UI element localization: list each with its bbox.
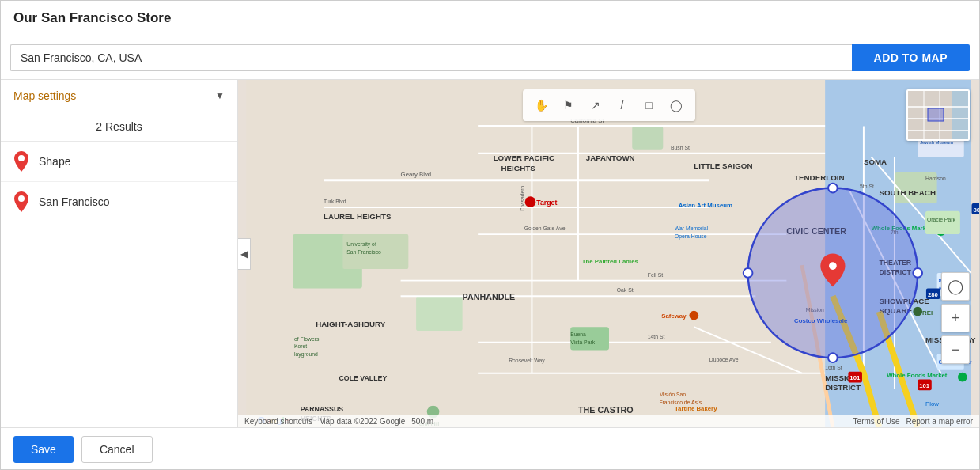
svg-rect-127 xyxy=(928,108,944,121)
add-to-map-button[interactable]: ADD TO MAP xyxy=(852,44,970,71)
marker-tool-button[interactable]: ⚑ xyxy=(558,94,580,116)
svg-text:Harrison: Harrison xyxy=(925,176,946,181)
report-map-error-link[interactable]: Report a map error xyxy=(906,417,973,426)
svg-text:Geary Blvd: Geary Blvd xyxy=(401,171,432,178)
svg-text:War Memorial: War Memorial xyxy=(675,226,709,231)
svg-point-118 xyxy=(829,262,837,270)
list-item[interactable]: San Francisco xyxy=(1,182,237,222)
svg-text:Oracle Park: Oracle Park xyxy=(927,217,956,222)
svg-text:Asian Art Museum: Asian Art Museum xyxy=(679,202,732,209)
search-input[interactable] xyxy=(10,44,852,71)
main-content: Map settings ▼ 2 Results Shape xyxy=(1,80,979,427)
svg-point-117 xyxy=(913,268,922,278)
terms-of-use-link[interactable]: Terms of Use xyxy=(853,417,900,426)
map-data-attribution: Map data ©2022 Google xyxy=(319,417,405,426)
svg-point-114 xyxy=(828,184,838,193)
line-tool-button[interactable]: / xyxy=(611,94,634,116)
svg-text:THE CASTRO: THE CASTRO xyxy=(578,405,634,415)
mini-map-thumbnail[interactable] xyxy=(906,89,970,141)
svg-text:layground: layground xyxy=(294,351,318,358)
svg-rect-121 xyxy=(952,91,970,141)
svg-text:Vista Park: Vista Park xyxy=(570,339,596,345)
svg-text:5th St: 5th St xyxy=(860,184,874,189)
svg-text:80: 80 xyxy=(973,207,979,214)
hand-tool-button[interactable]: ✋ xyxy=(531,94,553,116)
svg-text:Plow: Plow xyxy=(925,400,939,407)
cancel-button[interactable]: Cancel xyxy=(81,436,153,463)
svg-text:Bush St: Bush St xyxy=(671,145,690,150)
svg-rect-73 xyxy=(925,211,960,234)
map-controls: ◯ + − xyxy=(941,272,970,364)
keyboard-shortcuts-link[interactable]: Keyboard shortcuts xyxy=(244,417,312,426)
svg-text:LITTLE SAIGON: LITTLE SAIGON xyxy=(694,161,752,170)
svg-text:JAPANTOWN: JAPANTOWN xyxy=(586,154,635,162)
map-svg: California St Geary Blvd Bush St Golden … xyxy=(238,80,979,427)
list-item[interactable]: Shape xyxy=(1,142,237,182)
svg-text:Dubocé Ave: Dubocé Ave xyxy=(709,357,739,362)
svg-rect-6 xyxy=(632,127,663,150)
svg-text:14th St: 14th St xyxy=(648,334,665,339)
svg-text:Koret: Koret xyxy=(294,343,307,349)
svg-point-77 xyxy=(689,311,698,320)
svg-text:Roosevelt Way: Roosevelt Way xyxy=(509,358,545,364)
svg-text:TENDERLOIN: TENDERLOIN xyxy=(794,173,844,182)
svg-text:San Francisco: San Francisco xyxy=(346,249,381,255)
map-settings-label: Map settings xyxy=(13,89,76,102)
result-label: San Francisco xyxy=(39,195,109,208)
svg-text:Tartine Bakery: Tartine Bakery xyxy=(675,405,717,412)
zoom-in-button[interactable]: + xyxy=(941,304,970,332)
svg-text:of Flowers: of Flowers xyxy=(294,336,320,342)
polyline-tool-button[interactable]: ↗ xyxy=(585,94,607,116)
svg-text:Francisco de Asís: Francisco de Asís xyxy=(659,400,702,405)
svg-rect-5 xyxy=(416,296,463,331)
svg-point-0 xyxy=(18,155,25,161)
svg-text:Oak St: Oak St xyxy=(617,287,634,293)
map-area[interactable]: California St Geary Blvd Bush St Golden … xyxy=(238,80,979,427)
svg-text:SOMA: SOMA xyxy=(864,157,887,166)
svg-text:Turk Blvd: Turk Blvd xyxy=(324,199,346,204)
svg-point-62 xyxy=(525,196,536,207)
svg-text:Misión San: Misión San xyxy=(659,392,686,397)
chevron-down-icon: ▼ xyxy=(215,90,225,101)
svg-text:Target: Target xyxy=(536,199,557,207)
results-count: 2 Results xyxy=(1,112,237,142)
svg-point-115 xyxy=(828,353,838,362)
svg-text:COLE VALLEY: COLE VALLEY xyxy=(339,374,388,382)
svg-text:Safeway: Safeway xyxy=(661,313,687,320)
collapse-sidebar-button[interactable]: ◀ xyxy=(238,238,251,270)
svg-text:Whole Foods Market: Whole Foods Market xyxy=(887,372,948,379)
svg-text:The Painted Ladies: The Painted Ladies xyxy=(582,258,639,265)
sidebar: Map settings ▼ 2 Results Shape xyxy=(1,80,238,427)
svg-point-116 xyxy=(744,268,753,278)
svg-text:PARNASSUS: PARNASSUS xyxy=(301,405,344,413)
svg-text:280: 280 xyxy=(928,291,939,298)
svg-text:DISTRICT: DISTRICT xyxy=(825,383,861,392)
svg-text:LOWER PACIFIC: LOWER PACIFIC xyxy=(494,154,554,162)
map-scale: 500 m xyxy=(411,417,433,426)
svg-text:Fell St: Fell St xyxy=(648,272,663,278)
svg-text:PANHANDLE: PANHANDLE xyxy=(463,292,516,301)
svg-text:16th St: 16th St xyxy=(825,365,842,370)
svg-text:University of: University of xyxy=(346,241,376,248)
app-container: Our San Francisco Store ADD TO MAP Map s… xyxy=(1,1,979,470)
svg-point-1 xyxy=(18,195,25,202)
result-label: Shape xyxy=(39,155,70,168)
rectangle-tool-button[interactable]: □ xyxy=(638,94,660,116)
circle-tool-button[interactable]: ◯ xyxy=(665,94,687,116)
page-title: Our San Francisco Store xyxy=(13,10,171,25)
svg-text:101: 101 xyxy=(849,374,861,381)
save-button[interactable]: Save xyxy=(13,436,74,463)
map-attribution: Keyboard shortcuts Map data ©2022 Google… xyxy=(238,415,979,427)
svg-text:Buena: Buena xyxy=(570,332,586,337)
svg-text:HEIGHTS: HEIGHTS xyxy=(501,164,535,172)
svg-text:Golden Gate Ave: Golden Gate Ave xyxy=(524,226,566,231)
header: Our San Francisco Store xyxy=(1,1,979,36)
zoom-out-button[interactable]: − xyxy=(941,335,970,364)
svg-text:REI: REI xyxy=(922,309,933,316)
map-settings-toggle[interactable]: Map settings ▼ xyxy=(1,80,237,112)
location-button[interactable]: ◯ xyxy=(941,272,970,301)
svg-text:Opera House: Opera House xyxy=(675,233,707,240)
map-toolbar: ✋ ⚑ ↗ / □ ◯ xyxy=(523,89,695,121)
svg-text:101: 101 xyxy=(919,382,930,389)
svg-text:SOUTH BEACH: SOUTH BEACH xyxy=(879,188,936,197)
